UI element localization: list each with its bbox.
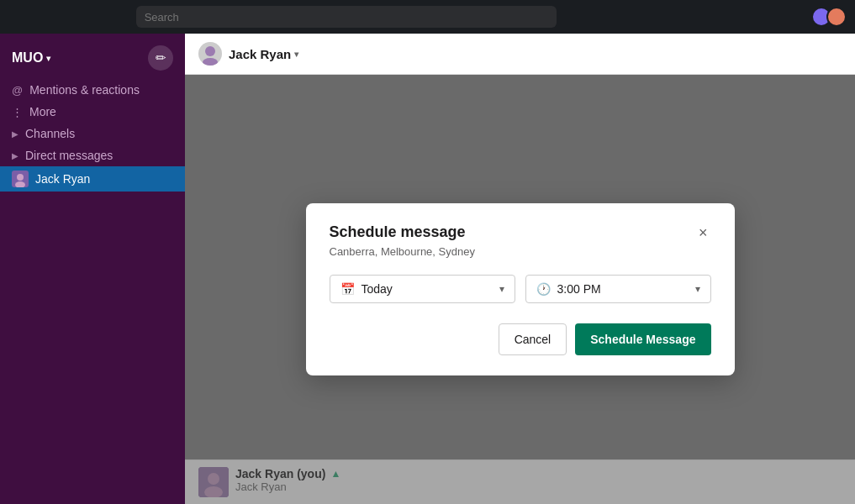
calendar-icon: 📅 bbox=[340, 282, 355, 296]
expand-icon: ▶ bbox=[12, 129, 18, 139]
channel-header: Jack Ryan ▾ bbox=[185, 34, 855, 75]
content-area: Jack Ryan ▾ Schedule message × Canberra,… bbox=[185, 34, 855, 504]
sidebar-item-channels[interactable]: ▶ Channels bbox=[0, 123, 185, 144]
expand-icon: ▶ bbox=[12, 151, 18, 160]
compose-icon: ✏ bbox=[156, 50, 166, 66]
modal-title: Schedule message bbox=[330, 223, 466, 241]
sidebar-item-label: Jack Ryan bbox=[35, 172, 90, 186]
channel-avatar bbox=[198, 42, 222, 66]
sidebar-item-mentions[interactable]: @ Mentions & reactions bbox=[0, 79, 185, 101]
avatar bbox=[826, 7, 847, 27]
modal-header: Schedule message × bbox=[330, 223, 711, 242]
sidebar-item-direct-messages[interactable]: ▶ Direct messages bbox=[0, 144, 185, 166]
sidebar-item-jack-ryan[interactable]: Jack Ryan bbox=[0, 166, 185, 192]
topbar bbox=[0, 0, 855, 34]
schedule-message-modal: Schedule message × Canberra, Melbourne, … bbox=[306, 203, 735, 375]
messages-area: Schedule message × Canberra, Melbourne, … bbox=[185, 75, 855, 504]
search-input[interactable] bbox=[145, 11, 548, 24]
sidebar-item-label: Direct messages bbox=[25, 149, 113, 162]
cancel-button[interactable]: Cancel bbox=[499, 323, 567, 355]
svg-point-3 bbox=[203, 58, 218, 66]
sidebar-item-label: More bbox=[29, 105, 56, 118]
clock-icon: 🕐 bbox=[536, 282, 551, 296]
time-value: 3:00 PM bbox=[557, 282, 689, 296]
svg-point-0 bbox=[17, 174, 24, 181]
time-select[interactable]: 🕐 3:00 PM ▾ bbox=[525, 275, 711, 303]
main-layout: MUO ▾ ✏ @ Mentions & reactions ⋮ More ▶ … bbox=[0, 34, 855, 504]
channel-chevron: ▾ bbox=[294, 50, 298, 59]
workspace-name[interactable]: MUO ▾ bbox=[12, 50, 50, 66]
sidebar-item-more[interactable]: ⋮ More bbox=[0, 101, 185, 123]
topbar-search[interactable] bbox=[136, 6, 557, 28]
modal-close-button[interactable]: × bbox=[695, 223, 711, 242]
schedule-message-button[interactable]: Schedule Message bbox=[575, 323, 710, 355]
date-value: Today bbox=[362, 282, 493, 296]
date-chevron-icon: ▾ bbox=[499, 283, 504, 295]
compose-button[interactable]: ✏ bbox=[148, 45, 173, 71]
sidebar-item-label: Channels bbox=[25, 127, 75, 140]
modal-actions: Cancel Schedule Message bbox=[330, 323, 711, 355]
modal-overlay: Schedule message × Canberra, Melbourne, … bbox=[185, 75, 855, 504]
workspace-chevron: ▾ bbox=[46, 54, 50, 63]
date-select[interactable]: 📅 Today ▾ bbox=[330, 275, 515, 303]
sidebar-header: MUO ▾ ✏ bbox=[0, 40, 185, 76]
avatar-group bbox=[811, 7, 847, 27]
channel-name[interactable]: Jack Ryan ▾ bbox=[229, 47, 298, 61]
topbar-right bbox=[811, 7, 847, 27]
more-icon: ⋮ bbox=[12, 106, 23, 118]
modal-controls: 📅 Today ▾ 🕐 3:00 PM ▾ bbox=[330, 275, 711, 303]
sidebar-item-label: Mentions & reactions bbox=[29, 83, 140, 97]
avatar bbox=[12, 171, 29, 187]
svg-point-1 bbox=[15, 181, 25, 187]
modal-subtitle: Canberra, Melbourne, Sydney bbox=[330, 245, 711, 258]
svg-point-2 bbox=[205, 46, 215, 56]
time-chevron-icon: ▾ bbox=[695, 283, 700, 295]
sidebar: MUO ▾ ✏ @ Mentions & reactions ⋮ More ▶ … bbox=[0, 34, 185, 504]
at-icon: @ bbox=[12, 84, 23, 97]
